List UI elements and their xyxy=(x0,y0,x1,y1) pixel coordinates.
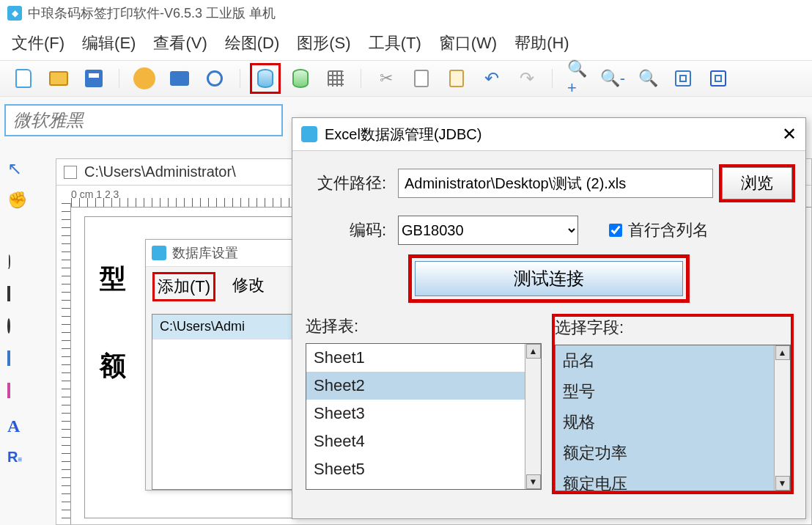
richtext-tool-icon[interactable]: R≡ xyxy=(7,449,28,469)
separator xyxy=(119,69,119,88)
open-icon[interactable] xyxy=(48,68,69,89)
table-item[interactable]: Sheet1 xyxy=(306,344,525,372)
cut-icon[interactable]: ✂ xyxy=(376,68,396,89)
browse-button[interactable]: 浏览 xyxy=(722,167,792,199)
select-field-label: 选择字段: xyxy=(555,317,791,339)
font-input[interactable] xyxy=(4,104,283,136)
toolbar: ✂ ↶ ↷ 🔍+ 🔍- 🔍 xyxy=(0,60,812,97)
fit-window-icon[interactable] xyxy=(673,68,693,89)
database2-icon[interactable] xyxy=(290,68,311,89)
rect-tool-icon[interactable] xyxy=(7,287,28,308)
separator xyxy=(361,69,361,88)
file-path-label: 文件路径: xyxy=(306,172,386,194)
titlebar: ◆ 中琅条码标签打印软件-V6.5.3 工业版 单机 xyxy=(0,0,812,26)
menu-tool[interactable]: 工具(T) xyxy=(369,32,421,54)
table-item[interactable]: Sheet3 xyxy=(306,400,525,427)
save-icon[interactable] xyxy=(84,68,104,89)
menu-window[interactable]: 窗口(W) xyxy=(439,32,497,54)
field-item[interactable]: 品名 xyxy=(556,345,774,376)
excel-dialog-icon xyxy=(301,126,317,142)
field-item[interactable]: 型号 xyxy=(556,376,774,407)
encoding-select[interactable]: GB18030 xyxy=(398,216,578,245)
menu-edit[interactable]: 编辑(E) xyxy=(82,32,136,54)
font-field-wrap xyxy=(4,104,283,136)
db-modify-button[interactable]: 修改 xyxy=(232,274,265,299)
separator xyxy=(240,69,240,88)
excel-jdbc-dialog: Excel数据源管理(JDBC) ✕ 文件路径: 浏览 编码: GB18030 … xyxy=(292,117,806,519)
left-toolbar: ↖ ✊ A R≡ xyxy=(3,158,32,469)
fit-page-icon[interactable] xyxy=(708,68,728,89)
table-item[interactable]: Sheet4 xyxy=(306,427,525,455)
db-settings-header: 数据库设置 xyxy=(146,240,298,267)
menubar: 文件(F) 编辑(E) 查看(V) 绘图(D) 图形(S) 工具(T) 窗口(W… xyxy=(0,26,812,60)
db-connection-row[interactable]: C:\Users\Admi xyxy=(152,315,292,339)
pointer-icon[interactable]: ↖ xyxy=(7,158,28,179)
header-row-label: 首行含列名 xyxy=(628,219,709,241)
excel-dialog-title: Excel数据源管理(JDBC) xyxy=(325,125,481,144)
ruler-vertical xyxy=(56,203,71,524)
circle-tool-icon[interactable] xyxy=(7,320,28,340)
test-connection-button[interactable]: 测试连接 xyxy=(415,261,683,296)
curve-tool-icon[interactable] xyxy=(7,255,28,276)
redo-icon[interactable]: ↷ xyxy=(517,68,537,89)
db-settings-title: 数据库设置 xyxy=(172,244,238,262)
menu-help[interactable]: 帮助(H) xyxy=(514,32,569,54)
print-icon[interactable] xyxy=(169,68,190,89)
tables-listbox[interactable]: Sheet1Sheet2Sheet3Sheet4Sheet5 ▲ ▼ xyxy=(306,343,542,490)
tables-scrollbar[interactable]: ▲ ▼ xyxy=(525,344,541,489)
menu-view[interactable]: 查看(V) xyxy=(153,32,207,54)
pan-icon[interactable]: ✊ xyxy=(7,191,28,211)
app-icon: ◆ xyxy=(7,6,22,21)
table-item[interactable]: Sheet2 xyxy=(306,372,525,400)
select-table-label: 选择表: xyxy=(306,315,542,337)
menu-shape[interactable]: 图形(S) xyxy=(297,32,350,54)
db-settings-icon xyxy=(152,246,166,260)
field-item[interactable]: 规格 xyxy=(556,407,774,438)
line-tool-icon[interactable] xyxy=(7,223,28,243)
zoom-in-icon[interactable]: 🔍+ xyxy=(567,68,588,89)
file-path-input[interactable] xyxy=(398,169,713,198)
db-settings-dialog: 数据库设置 添加(T) 修改 C:\Users\Admi xyxy=(145,239,299,491)
fields-scrollbar[interactable]: ▲ ▼ xyxy=(774,345,790,491)
scroll-up-icon[interactable]: ▲ xyxy=(775,345,790,360)
db-connection-list[interactable]: C:\Users\Admi xyxy=(152,314,292,490)
image2-tool-icon[interactable] xyxy=(7,384,28,405)
encoding-label: 编码: xyxy=(306,219,386,241)
undo-icon[interactable]: ↶ xyxy=(481,68,502,89)
database-icon[interactable] xyxy=(255,68,276,89)
new-icon[interactable] xyxy=(13,68,34,89)
table-item[interactable]: Sheet5 xyxy=(306,455,525,483)
scroll-down-icon[interactable]: ▼ xyxy=(775,476,790,491)
grid-icon[interactable] xyxy=(325,68,346,89)
preview-icon[interactable] xyxy=(204,68,225,89)
app-title: 中琅条码标签打印软件-V6.5.3 工业版 单机 xyxy=(28,4,276,22)
field-item[interactable]: 额定电压 xyxy=(556,469,774,491)
field-item[interactable]: 额定功率 xyxy=(556,438,774,469)
scroll-down-icon[interactable]: ▼ xyxy=(526,474,541,489)
db-add-button[interactable]: 添加(T) xyxy=(155,274,213,299)
text-tool-icon[interactable]: A xyxy=(7,416,28,437)
zoom-out-icon[interactable]: 🔍- xyxy=(602,68,623,89)
image-tool-icon[interactable] xyxy=(7,352,28,372)
paste-icon[interactable] xyxy=(446,68,467,89)
menu-file[interactable]: 文件(F) xyxy=(12,32,64,54)
copy-icon[interactable] xyxy=(411,68,432,89)
fields-listbox[interactable]: 品名型号规格额定功率额定电压 ▲ ▼ xyxy=(555,345,791,491)
document-path: C:\Users\Administrator\ xyxy=(84,164,236,180)
zoom-reset-icon[interactable]: 🔍 xyxy=(638,68,658,89)
scroll-up-icon[interactable]: ▲ xyxy=(526,344,541,359)
window-icon xyxy=(64,166,77,179)
separator xyxy=(552,69,553,88)
close-icon[interactable]: ✕ xyxy=(782,124,797,144)
header-row-checkbox[interactable] xyxy=(609,224,622,237)
menu-draw[interactable]: 绘图(D) xyxy=(225,32,280,54)
settings-icon[interactable] xyxy=(134,68,155,89)
